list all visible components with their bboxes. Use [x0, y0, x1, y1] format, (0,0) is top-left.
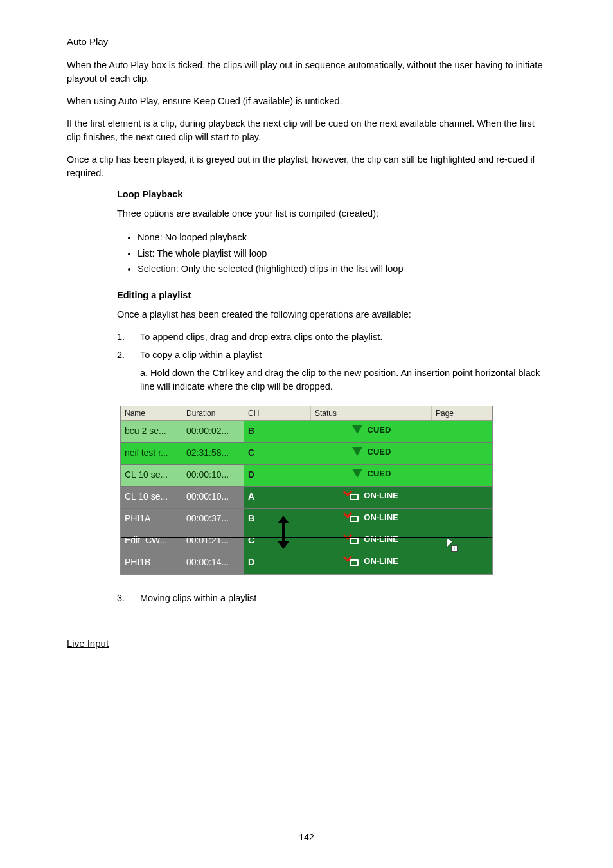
table-row[interactable]: PHI1B00:00:14...DON-LINE [121, 552, 492, 574]
table-row[interactable]: CL 10 se...00:00:10...AON-LINE [121, 487, 492, 509]
step-text: To copy a clip within a playlist [140, 350, 262, 360]
para: Once a playlist has been created the fol… [117, 308, 546, 321]
cell-name: bcu 2 se... [121, 421, 182, 442]
para: When using Auto Play, ensure Keep Cued (… [67, 95, 546, 108]
page-number: 142 [299, 832, 314, 842]
step-3: 3.Moving clips within a playlist [117, 592, 546, 606]
cursor-copy-icon: + [447, 539, 458, 552]
table-row[interactable]: CL 10 se...00:00:10...DCUED [121, 465, 492, 487]
step-2a: a. Hold down the Ctrl key and drag the c… [140, 366, 546, 395]
list-item: List: The whole playlist will loop [138, 246, 546, 262]
subhead-editing-playlist: Editing a playlist [117, 290, 546, 300]
th-name[interactable]: Name [121, 406, 182, 420]
cell-name: Edit_CW... [121, 530, 182, 552]
cell-page [432, 552, 492, 574]
step-1: 1.To append clips, drag and drop extra c… [117, 330, 546, 345]
cell-duration: 00:00:37... [182, 509, 244, 530]
table-header: Name Duration CH Status Page [121, 406, 492, 421]
cell-page [432, 509, 492, 530]
status-label: ON-LINE [364, 534, 398, 544]
cell-page [432, 530, 492, 552]
list-item: Selection: Only the selected (highlighte… [138, 261, 546, 277]
cell-page [432, 487, 492, 508]
cell-page [432, 443, 492, 464]
status-label: CUED [368, 469, 391, 478]
list-item: None: No looped playback [138, 230, 546, 246]
cell-page [432, 421, 492, 442]
th-ch[interactable]: CH [244, 406, 311, 420]
cell-name: PHI1A [121, 509, 182, 530]
table-row[interactable]: PHI1A00:00:37...BON-LINE [121, 509, 492, 530]
th-page[interactable]: Page [432, 406, 492, 420]
cell-ch: A [244, 487, 311, 508]
step-text: Moving clips within a playlist [140, 593, 256, 603]
cell-status: ON-LINE [311, 530, 432, 552]
cell-duration: 00:00:02... [182, 421, 244, 442]
cell-ch: D [244, 465, 311, 486]
cell-status: ON-LINE [311, 552, 432, 574]
cell-status: ON-LINE [311, 487, 432, 508]
cell-ch: B [244, 509, 311, 530]
cell-ch: C [244, 443, 311, 464]
cued-icon [352, 425, 362, 434]
para: Three options are available once your li… [117, 207, 546, 221]
drop-indicator [121, 537, 492, 538]
cell-name: PHI1B [121, 552, 182, 574]
cell-ch: D [244, 552, 311, 574]
online-icon [344, 534, 359, 544]
status-label: CUED [368, 447, 391, 457]
step-2: 2.To copy a clip within a playlist [117, 348, 546, 363]
cell-duration: 00:00:10... [182, 487, 244, 508]
step-num: 1. [117, 330, 140, 345]
cell-duration: 00:00:14... [182, 552, 244, 574]
table-row[interactable]: Edit_CW...00:01:21...CON-LINE [121, 530, 492, 552]
th-status[interactable]: Status [311, 406, 432, 420]
table-row[interactable]: bcu 2 se...00:00:02...BCUED [121, 421, 492, 443]
cell-duration: 00:00:10... [182, 465, 244, 486]
section-title-autoplay: Auto Play [67, 36, 546, 47]
cell-duration: 02:31:58... [182, 443, 244, 464]
para: Once a clip has been played, it is greye… [67, 153, 546, 180]
cued-icon [352, 469, 362, 478]
cell-ch: C [244, 530, 311, 552]
step-num: 2. [117, 348, 140, 363]
steps: 1.To append clips, drag and drop extra c… [67, 330, 546, 394]
loop-options-list: None: No looped playback List: The whole… [138, 230, 546, 277]
cell-duration: 00:01:21... [182, 530, 244, 552]
step-text: To append clips, drag and drop extra cli… [140, 332, 382, 342]
cell-page [432, 465, 492, 486]
steps-cont: 3.Moving clips within a playlist [67, 592, 546, 606]
para: If the first element is a clip, during p… [67, 117, 546, 144]
cell-status: ON-LINE [311, 509, 432, 530]
cell-status: CUED [311, 465, 432, 486]
cell-status: CUED [311, 443, 432, 464]
th-duration[interactable]: Duration [182, 406, 244, 420]
online-icon [344, 512, 359, 522]
status-label: CUED [368, 425, 391, 435]
para: When the Auto Play box is ticked, the cl… [67, 59, 546, 86]
table-row[interactable]: neil test r...02:31:58...CCUED [121, 443, 492, 465]
cell-ch: B [244, 421, 311, 442]
cued-icon [352, 447, 362, 456]
subhead-loop-playback: Loop Playback [117, 189, 546, 199]
step-num: 3. [117, 592, 140, 606]
cell-name: CL 10 se... [121, 487, 182, 508]
online-icon [344, 490, 359, 500]
cell-status: CUED [311, 421, 432, 442]
status-label: ON-LINE [364, 491, 398, 500]
section-title-liveinput: Live Input [67, 638, 546, 649]
playlist-table: Name Duration CH Status Page bcu 2 se...… [120, 406, 493, 575]
cell-name: neil test r... [121, 443, 182, 464]
status-label: ON-LINE [364, 556, 398, 566]
online-icon [344, 556, 359, 566]
cell-name: CL 10 se... [121, 465, 182, 486]
status-label: ON-LINE [364, 512, 398, 522]
